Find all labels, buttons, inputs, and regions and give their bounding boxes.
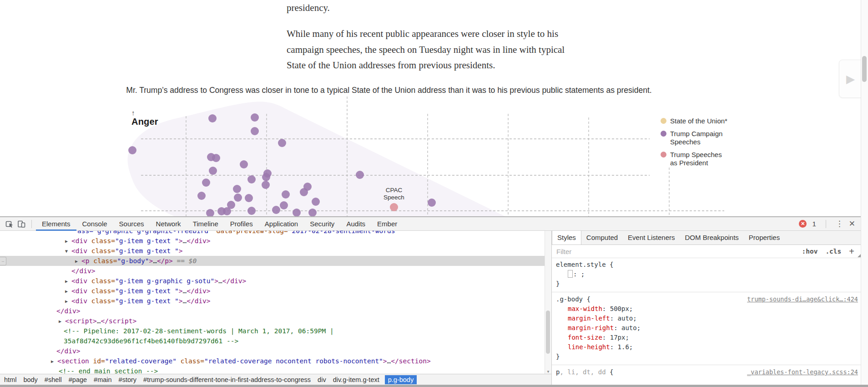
chart-caption: Mr. Trump’s address to Congress was clos… [105, 86, 673, 95]
article-paragraph: While many of his recent public appearan… [287, 26, 581, 73]
devtools-tab-elements[interactable]: Elements [36, 217, 76, 231]
dom-tree-row[interactable]: ass="g-graphic g-graphic-freebird" data-… [0, 231, 545, 236]
dom-tree-row[interactable]: </div> [0, 266, 545, 276]
devtools-tab-security[interactable]: Security [304, 217, 340, 231]
breadcrumb-item[interactable]: html [4, 376, 16, 383]
css-rule: trump-sounds-di…age&click…:424.g-body {m… [552, 292, 862, 365]
resize-grip-icon[interactable] [858, 254, 861, 257]
expand-arrow-icon[interactable]: ▶ [51, 356, 57, 367]
rule-selector: element.style { [556, 260, 862, 270]
legend-dot-icon [661, 118, 666, 124]
legend-item: Trump CampaignSpeeches [661, 130, 727, 147]
breadcrumb-item[interactable]: div [318, 376, 326, 383]
scrollbar-thumb[interactable] [862, 56, 867, 82]
pseudo-state-toggle[interactable]: :hov [802, 248, 818, 255]
breadcrumb-item[interactable]: body [23, 376, 37, 383]
svg-text:CPAC: CPAC [386, 187, 403, 194]
breadcrumb-item[interactable]: #story [119, 376, 137, 383]
new-style-rule-button[interactable]: + [849, 246, 854, 257]
css-property[interactable]: margin-right: auto; [556, 323, 862, 333]
css-property[interactable]: max-width: 500px; [556, 304, 862, 314]
devtools-tab-timeline[interactable]: Timeline [187, 217, 224, 231]
sidebar-tab-dom-breakpoints[interactable]: DOM Breakpoints [680, 231, 743, 244]
devtools-resize-divider[interactable] [0, 216, 868, 217]
dom-tree-row[interactable]: </div> [0, 306, 545, 316]
stylesheet-source-link[interactable]: trump-sounds-di…age&click…:424 [747, 295, 858, 304]
expand-arrow-icon[interactable]: ▶ [65, 286, 71, 296]
legend-label: State of the Union* [670, 117, 727, 126]
stylesheet-source-link[interactable]: _variables-font-legacy.scss:24 [747, 367, 858, 377]
expand-arrow-icon[interactable]: ▶ [75, 256, 81, 266]
next-slide-button[interactable]: ▶ [839, 60, 862, 98]
toolbar-divider [826, 220, 826, 228]
expand-arrow-icon[interactable]: ▶ [65, 296, 71, 306]
breadcrumb-item[interactable]: #shell [45, 376, 62, 383]
page-scrollbar[interactable] [861, 0, 868, 387]
browser-window: CPACSpeech presidency. While many of his… [0, 0, 868, 387]
class-toggle[interactable]: .cls [825, 248, 841, 255]
css-property[interactable]: line-height: 1.6; [556, 342, 862, 352]
row-grip-icon [0, 257, 6, 265]
y-axis-label: ↑ Anger [131, 109, 158, 127]
devtools-toolbar: ElementsConsoleSourcesNetworkTimelinePro… [0, 217, 868, 231]
scroll-down-icon[interactable] [545, 370, 551, 374]
devtools-tab-application[interactable]: Application [259, 217, 304, 231]
breadcrumb-item[interactable]: #main [94, 376, 112, 383]
devtools-tab-profiles[interactable]: Profiles [224, 217, 259, 231]
devtools-panel: ElementsConsoleSourcesNetworkTimelinePro… [0, 217, 868, 387]
dom-tree-row[interactable]: ▶<div class="g-item g-text ">…</div> [0, 286, 545, 296]
dom-tree-row[interactable]: 35af8d742c93d6e96f1cf4be6140fbb9d7297d61… [0, 336, 545, 346]
devtools-tab-audits[interactable]: Audits [340, 217, 371, 231]
sidebar-tab-properties[interactable]: Properties [744, 231, 785, 244]
dom-tree-row[interactable]: ▶<script>…</script> [0, 316, 545, 326]
dom-tree-row[interactable]: ▶<div class="g-item g-graphic g-sotu">…<… [0, 276, 545, 286]
devtools-tab-network[interactable]: Network [150, 217, 187, 231]
kebab-menu-icon[interactable]: ⋮ [836, 219, 843, 229]
breadcrumb-item[interactable]: div.g-item.g-text [333, 376, 379, 383]
close-icon[interactable]: ✕ [849, 219, 855, 229]
expand-arrow-icon[interactable]: ▶ [59, 316, 65, 326]
scrollbar-thumb[interactable] [546, 311, 550, 354]
css-property[interactable]: margin-left: auto; [556, 314, 862, 323]
toolbar-right-controls: ✕ 1 ⋮ ✕ [799, 219, 868, 229]
css-property[interactable]: font-size: 17px; [556, 333, 862, 342]
sidebar-tab-computed[interactable]: Computed [581, 231, 623, 244]
breadcrumb: htmlbody#shell#page#main#story#trump-sou… [0, 374, 551, 385]
inspect-element-icon[interactable] [4, 219, 15, 229]
breadcrumb-item[interactable]: #page [69, 376, 87, 383]
expand-arrow-icon[interactable]: ▶ [65, 236, 71, 246]
text-cursor-box[interactable] [568, 270, 573, 278]
dom-tree-row[interactable]: <!-- Pipeline: 2017-02-28-sentiment-word… [0, 326, 545, 336]
elements-scrollbar[interactable] [545, 231, 551, 374]
devtools-tab-bar: ElementsConsoleSourcesNetworkTimelinePro… [36, 217, 403, 231]
dom-tree-row[interactable]: ▶<div class="g-item g-text ">…</div> [0, 236, 545, 246]
legend-label: Trump CampaignSpeeches [670, 130, 722, 147]
dom-tree-row[interactable]: ▼<div class="g-item g-text "> [0, 246, 545, 256]
breadcrumb-item[interactable]: #trump-sounds-different-tone-in-first-ad… [143, 376, 311, 383]
svg-text:Speech: Speech [384, 194, 404, 201]
error-badge-icon[interactable]: ✕ [799, 220, 807, 228]
devtools-tab-sources[interactable]: Sources [113, 217, 150, 231]
filter-input[interactable]: Filter [556, 248, 571, 255]
new-property-editor[interactable]: : ; [556, 270, 862, 279]
legend-label: Trump Speechesas President [670, 151, 722, 168]
article-paragraph-tail: presidency. [287, 0, 330, 15]
devtools-tab-ember[interactable]: Ember [371, 217, 403, 231]
sidebar-tab-event-listeners[interactable]: Event Listeners [623, 231, 680, 244]
css-rule: element.style {: ;} [552, 258, 862, 292]
device-toolbar-icon[interactable] [15, 219, 27, 229]
dom-tree-row[interactable]: ▶<section id="related-coverage" class="r… [0, 356, 545, 366]
devtools-main: ass="g-graphic g-graphic-freebird" data-… [0, 231, 868, 385]
sidebar-tab-styles[interactable]: Styles [552, 231, 581, 244]
rule-close-brace: } [556, 352, 862, 362]
dom-tree-row[interactable]: ▶<p class="g-body">…</p> == $0 [0, 256, 545, 266]
dom-tree-row[interactable]: </div> [0, 346, 545, 356]
elements-panel: ass="g-graphic g-graphic-freebird" data-… [0, 231, 552, 385]
dom-tree-row[interactable]: <!-- end main section --> [0, 366, 545, 374]
expand-arrow-icon[interactable]: ▶ [65, 276, 71, 286]
error-count[interactable]: 1 [812, 220, 816, 228]
dom-tree-row[interactable]: ▶<div class="g-item g-text ">…</div> [0, 296, 545, 306]
devtools-tab-console[interactable]: Console [76, 217, 113, 231]
breadcrumb-item[interactable]: p.g-body [385, 375, 417, 384]
expand-arrow-icon[interactable]: ▼ [65, 246, 71, 256]
